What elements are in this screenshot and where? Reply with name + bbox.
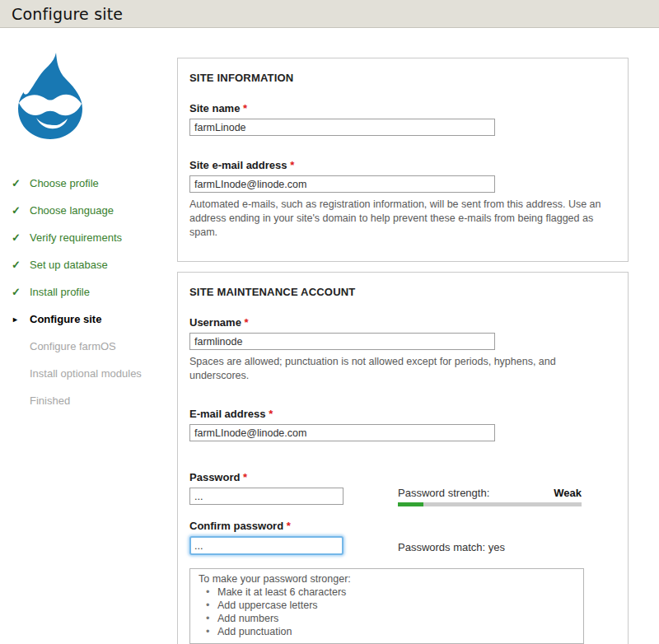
sidebar-item-verify-requirements: ✓ Verify requirements (12, 224, 177, 251)
site-name-item: Site name * (189, 102, 616, 136)
suggestions-list: •Make it at least 6 characters •Add uppe… (199, 586, 575, 638)
drupal-logo-icon (13, 53, 87, 139)
sidebar-item-install-profile: ✓ Install profile (12, 278, 177, 306)
page-header: Configure site (0, 0, 659, 28)
step-label: Install profile (30, 286, 90, 298)
step-label: Choose language (30, 204, 114, 217)
bullet-icon: • (206, 586, 217, 599)
username-item: Username * Spaces are allowed; punctuati… (189, 316, 616, 383)
step-label: Install optional modules (30, 367, 142, 380)
confirm-password-row: Confirm password * Passwords match: yes (189, 520, 616, 555)
site-email-input[interactable] (189, 175, 495, 193)
strength-bar (398, 502, 582, 506)
sidebar-item-set-up-database: ✓ Set up database (12, 251, 177, 278)
password-item: Password * (189, 471, 398, 506)
email-label: E-mail address * (189, 408, 616, 420)
page-content: ✓ Choose profile ✓ Choose language ✓ Ver… (0, 28, 659, 644)
site-maintenance-fieldset: SITE MAINTENANCE ACCOUNT Username * Spac… (177, 272, 629, 644)
confirm-password-label: Confirm password * (189, 520, 398, 532)
site-information-fieldset: SITE INFORMATION Site name * Site e-mail… (177, 58, 629, 262)
confirm-password-item: Confirm password * (189, 520, 398, 555)
list-item: •Add numbers (199, 612, 575, 625)
password-label: Password * (189, 471, 398, 483)
list-item: •Make it at least 6 characters (199, 586, 575, 599)
arrow-right-icon: ► (12, 315, 30, 324)
sidebar-item-choose-language: ✓ Choose language (12, 197, 177, 224)
required-marker: * (269, 408, 273, 420)
site-maintenance-legend: SITE MAINTENANCE ACCOUNT (189, 286, 616, 298)
username-help: Spaces are allowed; punctuation is not a… (189, 355, 605, 383)
required-marker: * (243, 102, 247, 114)
site-name-label: Site name * (189, 102, 616, 114)
strength-fill (398, 502, 423, 506)
passwords-match-text: Passwords match: yes (398, 541, 582, 553)
passwords-match: Passwords match: yes (398, 520, 582, 555)
sidebar-item-configure-site: ► Configure site (12, 306, 177, 333)
list-item: •Add punctuation (199, 625, 575, 638)
password-input[interactable] (189, 488, 344, 505)
install-steps: ✓ Choose profile ✓ Choose language ✓ Ver… (12, 170, 177, 414)
list-item: •Add uppercase letters (199, 599, 575, 612)
strength-label: Password strength: (398, 487, 489, 499)
step-label: Configure farmOS (30, 340, 116, 352)
bullet-icon: • (206, 599, 217, 612)
bullet-icon: • (206, 612, 217, 625)
username-label: Username * (189, 316, 616, 329)
site-email-label: Site e-mail address * (189, 159, 616, 171)
username-input[interactable] (189, 333, 495, 350)
step-label: Configure site (30, 313, 101, 325)
step-label: Finished (30, 394, 70, 407)
step-label: Set up database (30, 259, 108, 271)
site-email-help: Automated e-mails, such as registration … (189, 198, 605, 240)
strength-value: Weak (554, 487, 582, 499)
check-icon: ✓ (12, 231, 30, 244)
main-content: SITE INFORMATION Site name * Site e-mail… (177, 28, 629, 644)
password-strength: Password strength: Weak (398, 471, 582, 506)
check-icon: ✓ (12, 177, 30, 189)
required-marker: * (287, 520, 291, 532)
site-email-item: Site e-mail address * Automated e-mails,… (189, 159, 616, 240)
sidebar: ✓ Choose profile ✓ Choose language ✓ Ver… (0, 28, 177, 644)
required-marker: * (243, 471, 247, 483)
password-suggestions-box: To make your password stronger: •Make it… (189, 568, 584, 644)
step-label: Verify requirements (30, 231, 122, 244)
suggestions-title: To make your password stronger: (199, 572, 575, 586)
password-row: Password * Password strength: Weak (189, 471, 616, 506)
check-icon: ✓ (12, 286, 30, 298)
required-marker: * (245, 316, 249, 329)
bullet-icon: • (206, 625, 217, 638)
check-icon: ✓ (12, 204, 30, 217)
sidebar-item-configure-farmos: Configure farmOS (12, 333, 177, 360)
sidebar-item-choose-profile: ✓ Choose profile (12, 170, 177, 197)
confirm-password-input[interactable] (189, 536, 344, 555)
site-name-input[interactable] (189, 119, 495, 136)
page-title: Configure site (12, 5, 647, 23)
required-marker: * (290, 159, 294, 171)
check-icon: ✓ (12, 259, 30, 271)
sidebar-item-install-optional-modules: Install optional modules (12, 360, 177, 387)
step-label: Choose profile (30, 177, 99, 189)
email-input[interactable] (189, 424, 495, 441)
site-information-legend: SITE INFORMATION (189, 72, 616, 84)
email-item: E-mail address * (189, 408, 616, 441)
sidebar-item-finished: Finished (12, 387, 177, 414)
